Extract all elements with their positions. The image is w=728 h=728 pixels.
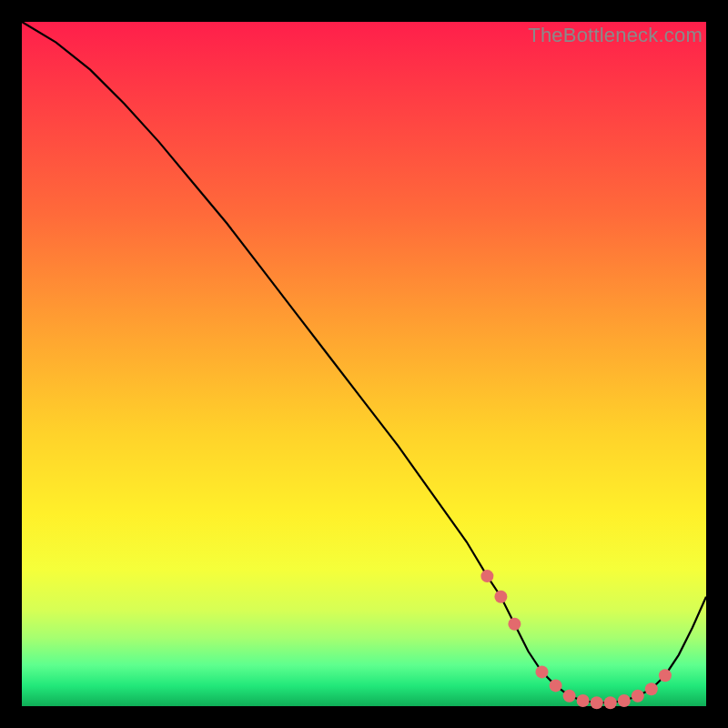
chart-svg bbox=[22, 22, 706, 706]
highlight-marker bbox=[632, 690, 644, 703]
chart-frame: TheBottleneck.com bbox=[0, 0, 728, 728]
highlight-marker bbox=[618, 694, 631, 707]
highlight-marker bbox=[536, 665, 549, 678]
highlight-marker bbox=[645, 682, 658, 695]
highlight-markers bbox=[480, 570, 672, 709]
chart-plot-area: TheBottleneck.com bbox=[22, 22, 706, 706]
highlight-marker bbox=[494, 591, 507, 603]
highlight-marker bbox=[550, 679, 562, 692]
bottleneck-curve bbox=[22, 22, 706, 703]
highlight-marker bbox=[508, 618, 521, 631]
highlight-marker bbox=[604, 696, 617, 709]
highlight-marker bbox=[480, 570, 493, 582]
highlight-marker bbox=[659, 669, 672, 682]
highlight-marker bbox=[577, 694, 590, 707]
highlight-marker bbox=[591, 696, 603, 709]
highlight-marker bbox=[563, 690, 576, 703]
